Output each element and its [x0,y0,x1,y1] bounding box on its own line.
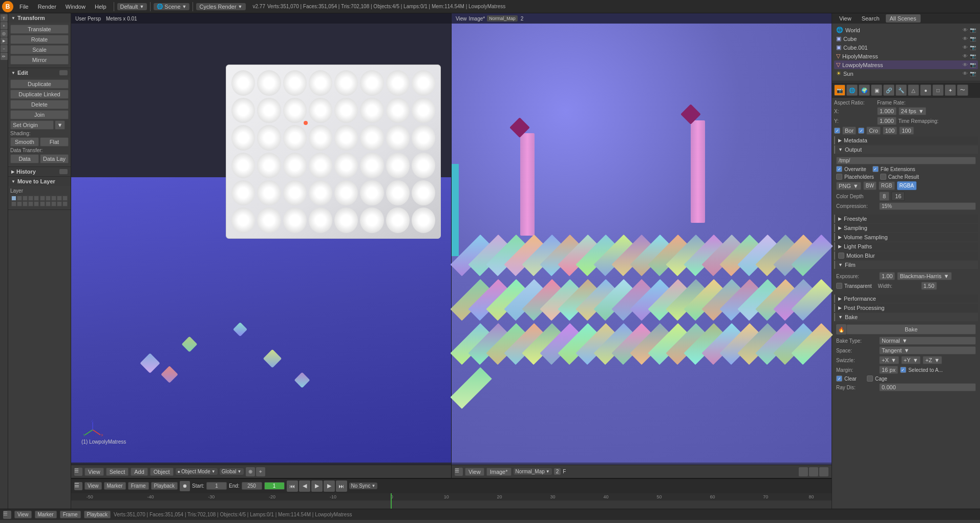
light-paths-section[interactable]: ▶ Light Paths [834,242,978,250]
skip-start-btn[interactable]: ⏮ [287,480,298,492]
layer-btn-5[interactable] [34,196,39,201]
frame-input[interactable] [264,482,285,490]
layer-btn-9[interactable] [57,196,62,201]
sb-frame-btn[interactable]: Frame [60,511,81,518]
layer-btn-13[interactable] [23,201,28,206]
uv-menu-icon[interactable]: ☰ [455,468,463,476]
tools-icon[interactable]: T [1,14,8,22]
hipoly-render[interactable]: 📷 [970,53,976,59]
freestyle-section[interactable]: ▶ Freestyle [834,215,978,223]
add-menu[interactable]: Add [131,468,148,476]
scene-selector[interactable]: 🌐 Scene ▼ [154,3,189,10]
next-frame-btn[interactable]: ▶ [324,480,335,492]
margin-value[interactable]: 16 px [879,366,898,374]
ray-dis-value[interactable]: 0.000 [879,383,976,391]
bake-icon-btn[interactable]: 🔥 [836,324,846,334]
bake-type-dropdown[interactable]: Normal▼ [879,337,976,345]
overwrite-check[interactable] [836,166,842,172]
engine-selector[interactable]: Cycles Render ▼ [196,3,245,10]
constraints-icon[interactable]: 🔗 [883,85,894,96]
scene-item-world[interactable]: 🌐 World 👁 📷 [834,26,978,34]
snap-icon[interactable]: ⌖ [256,467,265,476]
cache-check[interactable] [880,174,886,180]
uv-pin-icon[interactable] [799,467,808,476]
physics-icon-prop[interactable]: 〜 [957,85,968,96]
output-path[interactable]: /tmp/ [836,157,976,164]
layer-btn-17[interactable] [46,201,51,206]
layer-btn-8[interactable] [51,196,56,201]
uv-mode-selector[interactable]: Normal_Map ▼ [514,468,552,475]
set-origin-button[interactable]: Set Origin [10,120,54,130]
layer-btn-11[interactable] [11,201,16,206]
data-icon[interactable]: △ [908,85,919,96]
animation-icon[interactable]: ▶ [1,37,8,45]
filter-dropdown[interactable]: Blackman-Harris▼ [897,272,951,280]
menu-help[interactable]: Help [91,3,111,11]
clear-check[interactable] [836,375,842,382]
delete-button[interactable]: Delete [10,100,69,109]
tl-marker[interactable]: Marker [104,482,126,490]
layer-btn-6[interactable] [40,196,45,201]
material-icon[interactable]: ● [920,85,931,96]
motion-blur-check[interactable] [838,253,844,259]
smooth-button[interactable]: Smooth [10,137,39,147]
set-origin-dropdown[interactable]: ▼ [55,120,65,130]
uv-image-btn[interactable]: Image* [486,468,512,476]
uv-sync-icon[interactable] [809,467,818,476]
space-dropdown[interactable]: Tangent▼ [879,346,976,354]
tab-all-scenes[interactable]: All Scenes [886,14,921,23]
scene-item-hipolymattress[interactable]: ▽ HipolyMatress 👁 📷 [834,52,978,60]
sb-view[interactable]: View [14,511,32,518]
film-section[interactable]: ▼ Film [834,261,978,269]
tl-frame[interactable]: Frame [128,482,149,490]
texture-icon[interactable]: □ [932,85,944,96]
data-lay-button[interactable]: Data Lay [40,154,69,163]
screen-selector[interactable]: Default ▼ [117,3,147,10]
data-button[interactable]: Data [10,154,39,163]
bw-btn[interactable]: BW [863,181,877,190]
timeline-track[interactable]: -50 -40 -30 -20 -10 0 10 20 30 40 50 60 … [71,493,832,509]
rotate-button[interactable]: Rotate [10,35,69,44]
scene-item-sun[interactable]: ☀ Sun 👁 📷 [834,69,978,78]
file-ext-check[interactable] [872,166,879,172]
layer-btn-2[interactable] [17,196,22,201]
pivot-icon[interactable]: ⊕ [246,467,255,476]
bor-value[interactable]: Bor [842,127,856,135]
swizzle-x-dropdown[interactable]: +X▼ [879,356,899,364]
layer-btn-19[interactable] [57,201,62,206]
end-input[interactable] [242,482,262,490]
layer-btn-14[interactable] [28,201,33,206]
swizzle-y-dropdown[interactable]: +Y▼ [901,356,921,364]
x-value[interactable]: 1.000 [877,107,897,115]
placeholders-check[interactable] [836,174,842,180]
bor-check[interactable] [834,128,840,134]
play-btn[interactable]: ▶ [311,480,323,492]
val100-2[interactable]: 100 [899,127,913,135]
layer-btn-7[interactable] [46,196,51,201]
cro-check[interactable] [858,128,864,134]
menu-window[interactable]: Window [61,3,90,11]
cube001-render[interactable]: 📷 [970,45,976,50]
volume-sampling-section[interactable]: ▶ Volume Sampling [834,233,978,241]
world-render[interactable]: 📷 [970,27,976,33]
post-processing-section[interactable]: ▶ Post Processing [834,304,978,312]
bake-btn[interactable]: Bake [846,324,976,334]
render-icon[interactable]: 📷 [834,85,845,96]
translate-button[interactable]: Translate [10,25,69,34]
viewport-menu-icon[interactable]: ☰ [74,468,82,476]
layer-btn-16[interactable] [40,201,45,206]
format-dropdown[interactable]: PNG▼ [836,182,861,190]
world-eye[interactable]: 👁 [963,27,968,33]
bake-section[interactable]: ▼ Bake [834,313,978,321]
timeline-menu-icon[interactable]: ☰ [74,482,82,490]
output-section[interactable]: ▼ Output [834,145,978,154]
layer-btn-3[interactable] [23,196,28,201]
menu-file[interactable]: File [15,3,33,11]
lowpoly-render[interactable]: 📷 [970,62,976,68]
viewport-3d-content[interactable]: (1) LowpolyMatress X Y Z [71,24,451,463]
compression-value[interactable]: 15% [879,202,976,210]
depth-8-btn[interactable]: 8 [879,192,889,201]
edit-collapse[interactable] [59,70,68,75]
viewport-3d[interactable]: User Persp Meters x 0.01 [71,13,452,478]
sun-render[interactable]: 📷 [970,71,976,76]
